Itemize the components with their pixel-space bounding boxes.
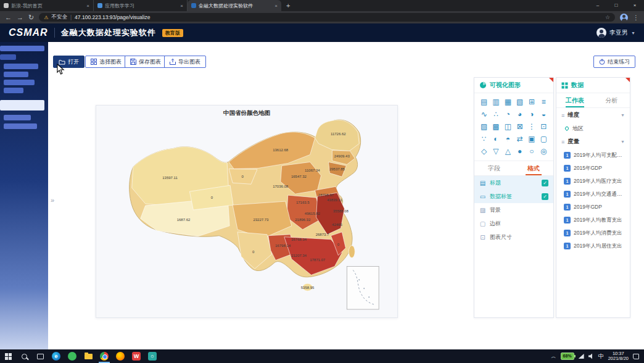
chart-type-treemap-icon[interactable]: ▩ [491, 122, 501, 131]
chart-type-list-view-icon[interactable]: ≡ [539, 98, 548, 107]
measure-item[interactable]: 12019年人均消费支出 [556, 227, 630, 240]
start-button[interactable] [0, 349, 16, 363]
chart-type-dot-plot-icon[interactable]: ⋮ [527, 122, 537, 131]
browser-tab-1[interactable]: 新浪-我的首页× [0, 0, 94, 11]
chart-type-box-plot-icon[interactable]: ⊠ [515, 122, 525, 131]
forward-icon[interactable]: → [17, 11, 23, 23]
network-icon[interactable] [579, 354, 584, 359]
chart-type-rose-chart-icon[interactable]: ◓ [503, 135, 513, 144]
taskbar-clock[interactable]: 10:37 2021/8/20 [608, 351, 629, 362]
select-chart-button[interactable]: 选择图表 [85, 56, 127, 68]
tab-close-icon[interactable]: × [180, 3, 183, 9]
format-item-data-label[interactable]: ▭数据标签✓ [474, 190, 553, 203]
security-warning-icon[interactable]: ⚠ [44, 15, 48, 20]
action-center-icon[interactable] [633, 354, 639, 359]
measure-item[interactable]: 12019年GDP [556, 201, 630, 214]
chart-type-donut-chart-icon[interactable]: ◑ [527, 110, 537, 119]
format-item-size[interactable]: ⊡图表尺寸 [474, 230, 553, 244]
input-method-indicator[interactable]: 中 [598, 353, 604, 361]
chart-type-sankey-chart-icon[interactable]: ⇄ [515, 135, 525, 144]
user-menu[interactable]: 李亚男 ▼ [597, 28, 635, 38]
sidebar-menu-item[interactable] [4, 64, 38, 69]
chart-type-pie-chart-icon[interactable]: ◕ [515, 110, 525, 119]
sidebar-menu-item[interactable] [4, 80, 35, 85]
checkbox-checked-icon[interactable]: ✓ [542, 180, 548, 186]
chart-type-table-icon[interactable]: ▤ [479, 98, 489, 107]
format-item-border[interactable]: ▢边框 [474, 217, 553, 230]
chart-type-bubble-chart-icon[interactable]: ◔ [503, 110, 513, 119]
chart-type-map-chart-icon[interactable]: ◎ [539, 147, 548, 156]
dimension-section-header[interactable]: ≡ 维度 ▼ [556, 108, 630, 122]
chart-type-circle-plot-icon[interactable]: ○ [527, 147, 537, 156]
measure-item[interactable]: 12019年人均可支配收入 [556, 149, 630, 162]
checkbox-checked-icon[interactable]: ✓ [542, 193, 548, 200]
tab-worksheet[interactable]: 工作表 [556, 93, 593, 107]
sidebar-menu-item[interactable] [4, 115, 31, 120]
tab-analysis[interactable]: 分析 [593, 93, 630, 107]
sidebar-expand-icon[interactable]: » [51, 196, 54, 204]
browser-profile-avatar[interactable] [620, 14, 628, 22]
chart-type-filled-circle-icon[interactable]: ● [515, 147, 525, 156]
measure-item[interactable]: 12019年人均交通通信支出 [556, 188, 630, 201]
back-icon[interactable]: ← [5, 11, 12, 23]
sidebar-menu-item[interactable] [4, 123, 37, 129]
measure-item[interactable]: 12019年人均医疗支出 [556, 175, 630, 188]
measure-section-header[interactable]: ≡ 度量 ▼ [556, 135, 630, 149]
chart-type-frame-chart-icon[interactable]: ⊡ [539, 122, 548, 131]
sidebar-menu-item[interactable] [0, 54, 16, 60]
chart-type-line-chart-icon[interactable]: ∿ [479, 110, 489, 119]
save-chart-button[interactable]: 保存图表 [125, 56, 167, 68]
sidebar-menu-item[interactable] [0, 46, 44, 51]
export-chart-button[interactable]: 导出图表 [164, 56, 206, 68]
tray-expand-icon[interactable]: ︿ [551, 353, 556, 360]
taskbar-chrome[interactable] [96, 349, 112, 363]
chart-type-triangle-plot-icon[interactable]: △ [503, 147, 513, 156]
taskbar-app-teal[interactable]: ○ [144, 349, 160, 363]
chart-type-grid-plot-icon[interactable]: ⊞ [527, 98, 537, 107]
chart-type-scatter-plot-icon[interactable]: ∴ [491, 110, 501, 119]
taskbar-edge[interactable]: e [48, 349, 64, 363]
taskbar-app-red[interactable]: W [128, 349, 144, 363]
url-input[interactable]: ⚠ 不安全 | 47.100.223.13:93/page/visualize … [39, 13, 615, 22]
format-item-title[interactable]: ▤标题✓ [474, 176, 553, 190]
browser-tab-3[interactable]: 金融大数据处理实验软件× [188, 0, 281, 11]
volume-icon[interactable] [588, 354, 594, 359]
dimension-item[interactable]: 地区 [556, 122, 630, 135]
bookmark-star-icon[interactable]: ☆ [605, 14, 610, 20]
measure-item[interactable]: 12015年GDP [556, 162, 630, 175]
search-button[interactable] [16, 349, 32, 363]
sidebar-menu-item[interactable] [4, 72, 28, 77]
chart-type-heatmap-icon[interactable]: ▨ [479, 122, 489, 131]
browser-menu-icon[interactable]: ⋮ [633, 14, 639, 21]
taskbar-file-explorer[interactable] [80, 349, 96, 363]
tab-close-icon[interactable]: × [86, 3, 89, 9]
refresh-icon[interactable]: ↻ [28, 11, 34, 23]
chart-type-radar-chart-icon[interactable]: ◐ [491, 135, 501, 144]
task-view-button[interactable] [32, 349, 48, 363]
tab-field[interactable]: 字段 [474, 161, 514, 175]
new-tab-button[interactable]: + [281, 0, 295, 11]
minimize-button[interactable]: – [588, 0, 607, 11]
format-item-background[interactable]: ▨背景 [474, 203, 553, 217]
chart-type-histogram-icon[interactable]: ▦ [503, 98, 513, 107]
chart-type-bar-chart-icon[interactable]: ▥ [491, 98, 501, 107]
chart-type-gauge-chart-icon[interactable]: ◒ [539, 110, 548, 119]
close-button[interactable]: × [625, 0, 644, 11]
end-practice-button[interactable]: 结束练习 [593, 56, 635, 68]
chart-type-diamond-plot-icon[interactable]: ◇ [479, 147, 489, 156]
battery-icon[interactable]: 68% [561, 353, 574, 360]
maximize-button[interactable]: □ [607, 0, 625, 11]
taskbar-firefox[interactable] [112, 349, 128, 363]
measure-item[interactable]: 12019年人均居住支出 [556, 240, 630, 252]
chart-type-matrix-chart-icon[interactable]: ◫ [503, 122, 513, 131]
tab-close-icon[interactable]: × [275, 3, 278, 9]
browser-tab-2[interactable]: 应用数学学习× [94, 0, 188, 11]
taskbar-app-green[interactable] [64, 349, 80, 363]
chart-type-funnel-chart-icon[interactable]: ▣ [527, 135, 537, 144]
chart-type-inverted-triangle-icon[interactable]: ▽ [491, 147, 501, 156]
chart-type-stacked-bar-icon[interactable]: ▧ [515, 98, 525, 107]
tab-format[interactable]: 格式 [514, 161, 553, 175]
sidebar-menu-item[interactable] [4, 88, 23, 93]
measure-item[interactable]: 12019年人均教育支出 [556, 214, 630, 227]
sidebar-menu-item-selected[interactable] [0, 100, 44, 111]
